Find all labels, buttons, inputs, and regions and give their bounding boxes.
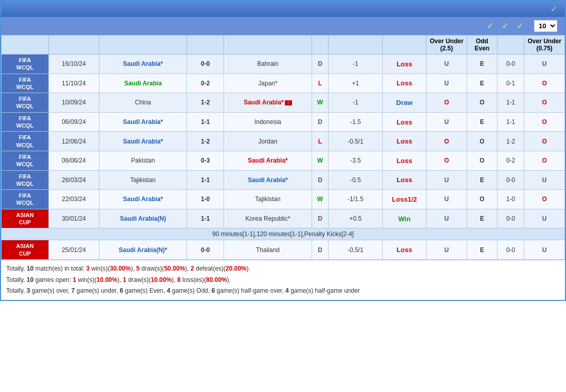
asiancup-check: ✓: [517, 21, 523, 31]
col-team2: [224, 35, 312, 55]
handicap-cell: +0.5: [329, 209, 383, 228]
ou25-cell: U: [426, 190, 467, 209]
ht-cell: 1-2: [497, 132, 524, 151]
header: ✓: [1, 1, 565, 17]
col-ou25: Over Under (2.5): [426, 35, 467, 55]
handicap-cell: -3.5: [329, 151, 383, 170]
ou25-cell: O: [426, 132, 467, 151]
dw-cell: D: [312, 209, 329, 228]
notes-cell: 90 minutes[1-1],120 minutes[1-1],Penalty…: [2, 228, 565, 240]
team1-cell: Saudi Arabia*: [99, 132, 186, 151]
table-row: FIFAWCQL22/03/24Saudi Arabia*1-0Tajikist…: [2, 190, 565, 209]
ht-cell: 0-0: [497, 209, 524, 228]
col-oe: Odd Even: [467, 35, 497, 55]
date-cell: 30/01/24: [48, 209, 99, 228]
col-team1: [99, 35, 186, 55]
odds-cell: Loss: [383, 170, 426, 190]
filter-fifawcql[interactable]: ✓: [502, 21, 510, 31]
score-cell: 0-0: [187, 55, 224, 74]
team1-cell: Tajikistan: [99, 170, 186, 190]
ht-cell: 1-1: [497, 93, 524, 113]
ou075-cell: O: [524, 151, 565, 170]
team1-cell: Saudi Arabia*: [99, 55, 186, 74]
ou075-cell: U: [524, 240, 565, 260]
date-cell: 22/03/24: [48, 190, 99, 209]
col-result: [187, 35, 224, 55]
handicap-cell: +1: [329, 74, 383, 93]
team2-cell: Saudi Arabia*!: [224, 93, 312, 113]
ht-cell: 0-2: [497, 151, 524, 170]
score-cell: 0-2: [187, 74, 224, 93]
oe-cell: E: [467, 112, 497, 132]
col-odds: [383, 35, 426, 55]
match-type-cell: FIFAWCQL: [2, 132, 49, 151]
score-cell: 1-1: [187, 112, 224, 132]
handicap-cell: -1/1.5: [329, 190, 383, 209]
oe-cell: O: [467, 93, 497, 113]
team2-cell: Japan*: [224, 74, 312, 93]
ou075-cell: O: [524, 190, 565, 209]
team2-cell: Saudi Arabia*: [224, 170, 312, 190]
ou25-cell: U: [426, 170, 467, 190]
table-body: FIFAWCQL16/10/24Saudi Arabia*0-0BahrainD…: [2, 55, 565, 260]
team2-cell: Indonesia: [224, 112, 312, 132]
main-container: ✓ ✓ ✓ ✓ 10 20 30: [0, 0, 566, 301]
team1-cell: Saudi Arabia: [99, 74, 186, 93]
column-headers: Over Under (2.5) Odd Even Over Under (0.…: [2, 35, 565, 55]
date-cell: 06/06/24: [48, 151, 99, 170]
handicap-cell: -0.5/1: [329, 240, 383, 260]
ou25-cell: U: [426, 209, 467, 228]
dw-cell: D: [312, 112, 329, 132]
games-select[interactable]: 10 20 30: [534, 20, 557, 32]
date-cell: 06/09/24: [48, 112, 99, 132]
summary-line: Totally, 3 game(s) over, 7 game(s) under…: [6, 286, 560, 297]
summary-line: Totally, 10 games open: 1 win(s)(10.00%)…: [6, 275, 560, 286]
match-type-cell: FIFAWCQL: [2, 190, 49, 209]
summary-line: Totally, 10 match(es) in total: 3 win(s)…: [6, 263, 560, 275]
handicap-cell: -1.5: [329, 112, 383, 132]
team1-cell: Pakistan: [99, 151, 186, 170]
ht-cell: 0-0: [497, 240, 524, 260]
ht-cell: 0-1: [497, 74, 524, 93]
team1-cell: Saudi Arabia(N)*: [99, 240, 186, 260]
ht-cell: 0-0: [497, 170, 524, 190]
ou25-cell: O: [426, 93, 467, 113]
date-cell: 11/10/24: [48, 74, 99, 93]
oe-cell: O: [467, 132, 497, 151]
interf-check: ✓: [487, 21, 493, 31]
score-cell: 1-0: [187, 190, 224, 209]
match-type-cell: ASIANCUP: [2, 209, 49, 228]
ht-cell: 1-1: [497, 112, 524, 132]
score-cell: 1-1: [187, 209, 224, 228]
odds-cell: Win: [383, 209, 426, 228]
dw-cell: W: [312, 151, 329, 170]
dw-cell: D: [312, 170, 329, 190]
filter-interf[interactable]: ✓: [487, 21, 495, 31]
odds-cell: Loss1/2: [383, 190, 426, 209]
match-type-cell: FIFAWCQL: [2, 55, 49, 74]
odds-cell: Loss: [383, 55, 426, 74]
table-row: ASIANCUP25/01/24Saudi Arabia(N)*0-0Thail…: [2, 240, 565, 260]
filter-asiancup[interactable]: ✓: [517, 21, 525, 31]
match-type-cell: FIFAWCQL: [2, 93, 49, 113]
handicap-cell: -1: [329, 93, 383, 113]
dw-cell: L: [312, 132, 329, 151]
ou075-cell: O: [524, 74, 565, 93]
ou075-cell: U: [524, 55, 565, 74]
handicap-cell: -0.5/1: [329, 132, 383, 151]
table-row: FIFAWCQL10/09/24China1-2Saudi Arabia*!W-…: [2, 93, 565, 113]
table-row: FIFAWCQL16/10/24Saudi Arabia*0-0BahrainD…: [2, 55, 565, 74]
odds-cell: Loss: [383, 132, 426, 151]
oe-cell: E: [467, 209, 497, 228]
odds-cell: Draw: [383, 93, 426, 113]
ou25-cell: U: [426, 112, 467, 132]
dw-cell: W: [312, 93, 329, 113]
table-row: FIFAWCQL06/09/24Saudi Arabia*1-1Indonesi…: [2, 112, 565, 132]
oe-cell: E: [467, 170, 497, 190]
ou075-cell: O: [524, 112, 565, 132]
table-row: ASIANCUP30/01/24Saudi Arabia(N)1-1Korea …: [2, 209, 565, 228]
col-dw: [312, 35, 329, 55]
score-cell: 0-3: [187, 151, 224, 170]
date-cell: 26/03/24: [48, 170, 99, 190]
notes-row: 90 minutes[1-1],120 minutes[1-1],Penalty…: [2, 228, 565, 240]
